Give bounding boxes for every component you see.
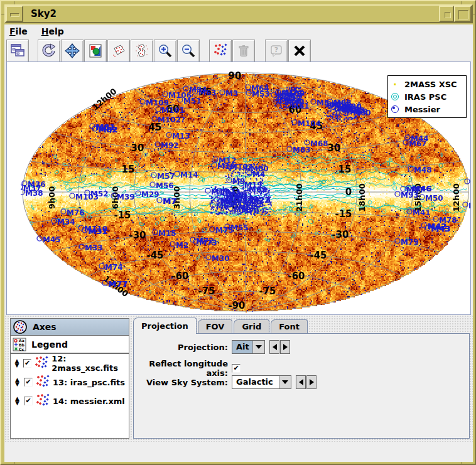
layer-label[interactable]: 14: messier.xml (53, 397, 125, 406)
tab-fov[interactable]: FOV (198, 319, 233, 334)
layer-checkbox[interactable]: ✔ (24, 378, 33, 387)
close-view-button[interactable] (288, 40, 311, 63)
projection-value: Ait (232, 341, 252, 353)
lasso-region-button[interactable] (131, 40, 153, 63)
window-menu-icon (10, 13, 19, 17)
legend-list-icon: Aa Bb Cc (13, 338, 26, 351)
settings-panel: Projection FOV Grid Font Projection: Ait (133, 318, 470, 439)
projection-combo[interactable]: Ait (232, 340, 265, 354)
map-legend: 2MASS XSC IRAS PSC Messier (387, 75, 467, 118)
windows-icon (9, 43, 26, 58)
layer-scatter-icon (36, 393, 50, 409)
help-popup-button[interactable]: ? (265, 40, 288, 63)
select-region-icon (111, 43, 126, 58)
reorder-arrows-icon[interactable]: ▲▼ (14, 397, 21, 405)
legend-row-2mass: 2MASS XSC (391, 78, 463, 90)
layer-label[interactable]: 12: 2mass_xsc.fits (51, 354, 129, 373)
layer-scatter-icon (35, 356, 48, 371)
axes-item[interactable]: Axes (10, 318, 129, 336)
sky-system-prev-button[interactable] (296, 375, 306, 389)
axes-label: Axes (33, 322, 57, 332)
reorder-arrows-icon[interactable]: ▲▼ (14, 378, 21, 387)
layer-row-iras[interactable]: ▲▼ ✔ 13: iras_psc.fits (11, 373, 129, 392)
layer-row-2mass[interactable]: ▲▼ ✔ 12: 2mass_xsc.fits (11, 354, 129, 373)
svg-text:Cc: Cc (19, 347, 24, 351)
window-title: Sky2 (23, 8, 439, 19)
display-settings-button[interactable] (6, 40, 29, 63)
double-circle-symbol-icon (391, 92, 399, 101)
layer-list: ▲▼ ✔ 12: 2mass_xsc.fits ▲▼ ✔ 13: iras_ps… (10, 353, 129, 439)
iconify-icon (445, 12, 451, 18)
maximize-button[interactable] (454, 6, 472, 22)
sky-system-value: Galactic (232, 376, 279, 388)
svg-text:Bb: Bb (19, 343, 25, 347)
combo-dropdown-icon[interactable] (252, 341, 264, 353)
svg-text:?: ? (274, 46, 278, 54)
sky-system-combo[interactable]: Galactic (232, 375, 291, 389)
trash-icon (236, 43, 251, 58)
rotate-icon (41, 43, 57, 58)
projection-tab-body: Projection: Ait Reflect longitude axis: … (133, 333, 470, 439)
bottom-area: Axes Aa Bb Cc Legend (4, 315, 473, 442)
zoom-in-button[interactable] (154, 40, 176, 63)
tab-font[interactable]: Font (271, 319, 308, 334)
pan-button[interactable] (61, 40, 84, 63)
layer-row-messier[interactable]: ▲▼ ✔ 14: messier.xml (11, 392, 129, 410)
layer-checkbox[interactable]: ✔ (23, 359, 31, 368)
legend-label-messier: Messier (404, 105, 440, 114)
zoom-out-button[interactable] (177, 40, 200, 63)
projection-prev-button[interactable] (269, 340, 279, 354)
menu-help[interactable]: Help (41, 26, 64, 36)
zoom-out-icon (181, 43, 196, 58)
menu-file[interactable]: File (9, 26, 28, 36)
legend-label-2mass: 2MASS XSC (404, 80, 457, 89)
sky-map-panel: 2MASS XSC IRAS PSC Messier (6, 61, 471, 315)
svg-text:Aa: Aa (19, 338, 24, 343)
legend-panel-label: Legend (31, 339, 68, 350)
image-display-button[interactable] (84, 40, 107, 63)
layer-label[interactable]: 13: iras_psc.fits (53, 378, 125, 387)
legend-row-iras: IRAS PSC (391, 90, 463, 103)
settings-tabs: Projection FOV Grid Font (133, 318, 309, 334)
projection-label: Projection: (140, 343, 228, 352)
image-icon (88, 43, 103, 58)
point-symbol-icon (391, 80, 399, 88)
sky-system-next-button[interactable] (306, 375, 316, 389)
layer-scatter-icon (36, 375, 50, 390)
select-region-button[interactable] (107, 40, 130, 63)
move-icon (65, 43, 80, 58)
legend-item[interactable]: Aa Bb Cc Legend (10, 336, 129, 353)
layer-checkbox[interactable]: ✔ (24, 397, 33, 405)
rotate-button[interactable] (38, 40, 60, 63)
legend-row-messier: Messier (391, 103, 463, 115)
close-icon (292, 43, 307, 58)
delete-layer-button[interactable] (232, 40, 255, 63)
sky-system-label: View Sky System: (140, 378, 228, 387)
layers-panel: Axes Aa Bb Cc Legend (10, 318, 129, 439)
window-menu-button[interactable] (6, 6, 23, 22)
application-window: Sky2 File Help (0, 0, 476, 465)
reorder-arrows-icon[interactable]: ▲▼ (14, 359, 20, 368)
scatter-plot-button[interactable] (209, 40, 232, 63)
window-content: File Help (4, 24, 473, 462)
tab-projection[interactable]: Projection (133, 318, 197, 334)
reflect-checkbox[interactable]: ✔ (232, 364, 241, 373)
help-icon: ? (269, 43, 284, 58)
circle-dot-symbol-icon (391, 105, 399, 114)
zoom-in-icon (158, 43, 173, 58)
axes-globe-icon (13, 319, 28, 334)
menu-bar: File Help (4, 24, 473, 38)
projection-next-button[interactable] (280, 340, 290, 354)
iconify-button[interactable] (439, 6, 454, 22)
combo-dropdown-icon[interactable] (279, 376, 291, 388)
tab-grid[interactable]: Grid (234, 319, 269, 334)
toolbar: ? (4, 38, 473, 63)
scatter-plot-icon (214, 43, 227, 58)
legend-label-iras: IRAS PSC (404, 92, 446, 102)
lasso-region-icon (134, 43, 149, 58)
maximize-icon (458, 10, 468, 19)
title-bar[interactable]: Sky2 (4, 4, 473, 23)
